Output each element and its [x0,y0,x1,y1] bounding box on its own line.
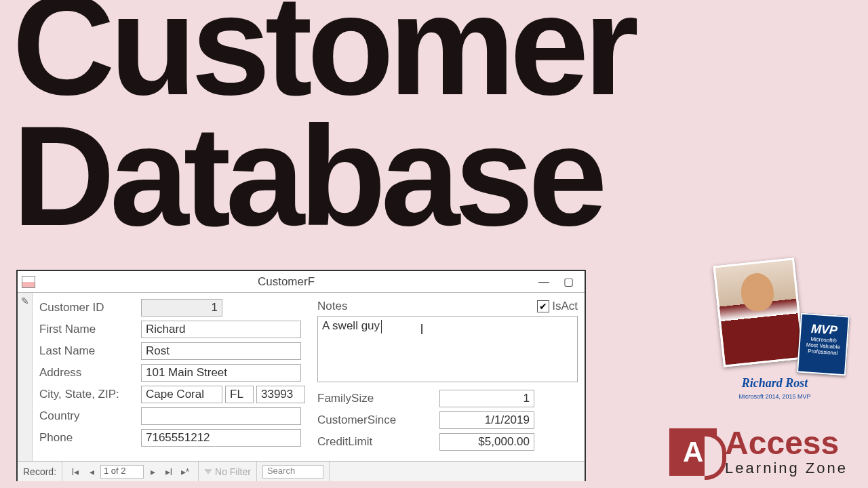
phone-field[interactable]: 7165551212 [141,429,301,447]
access-logo-icon: A [669,428,717,476]
restore-button[interactable]: ▢ [556,275,580,288]
headline-line2: Database [12,110,633,241]
nav-first-button[interactable]: I◂ [68,466,83,477]
access-logo-letter: A [669,428,717,476]
phone-label: Phone [39,431,141,445]
nav-prev-button[interactable]: ◂ [84,466,99,477]
no-filter-text: No Filter [215,466,251,477]
ibeam-cursor-icon: I [420,321,424,338]
author-name: Richard Rost [702,376,848,390]
nav-search-box[interactable]: Search [262,465,323,479]
creditlimit-label: CreditLimit [317,435,439,449]
customersince-field[interactable]: 1/1/2019 [439,411,534,429]
window-title: CustomerF [41,275,532,289]
creditlimit-field[interactable]: $5,000.00 [439,433,534,451]
filter-indicator[interactable]: No Filter [199,462,257,481]
last-name-label: Last Name [39,344,141,358]
address-label: Address [39,366,141,380]
author-card: MVP Microsoft® Most Valuable Professiona… [702,262,848,397]
check-icon: ✔ [539,301,547,312]
right-column: Notes ✔ IsAct A swell guy I FamilySize 1… [317,298,578,461]
minimize-button[interactable]: — [532,276,556,288]
author-photo [713,258,804,367]
customersince-label: CustomerSince [317,413,439,427]
pencil-icon: ✎ [21,296,29,306]
familysize-label: FamilySize [317,392,439,405]
country-label: Country [39,409,141,423]
isactive-checkbox[interactable]: ✔ [537,300,549,312]
record-navigator: Record: I◂ ◂ 1 of 2 ▸ ▸I ▸* No Filter Se… [18,461,585,481]
nav-position-box[interactable]: 1 of 2 [100,465,144,479]
form-icon [22,276,35,288]
address-field[interactable]: 101 Main Street [141,364,301,382]
notes-field[interactable]: A swell guy I [317,316,578,382]
isactive-label: IsAct [552,300,578,313]
nav-last-button[interactable]: ▸I [161,466,176,477]
brand-line1: Access [725,427,848,460]
titlebar: CustomerF — ▢ [18,271,585,293]
customer-id-label: Customer ID [39,301,141,314]
brand: A Access Learning Zone [669,427,848,477]
country-field[interactable] [141,407,301,425]
funnel-icon [204,469,212,474]
mvp-badge: MVP Microsoft® Most Valuable Professiona… [797,313,850,376]
customer-form-window: CustomerF — ▢ ✎ Customer ID 1 First Name… [16,270,586,481]
headline-line1: Customer [12,0,633,110]
csz-label: City, State, ZIP: [39,388,141,401]
form-body: ✎ Customer ID 1 First Name Richard Last … [18,293,585,461]
first-name-field[interactable]: Richard [141,321,301,338]
notes-value: A swell guy [322,319,380,332]
record-selector[interactable]: ✎ [18,293,33,461]
brand-text: Access Learning Zone [725,427,848,477]
familysize-field[interactable]: 1 [439,390,534,407]
headline: Customer Database [12,0,633,241]
state-field[interactable]: FL [225,386,254,403]
nav-new-button[interactable]: ▸* [178,466,193,477]
text-caret [381,320,382,333]
first-name-label: First Name [39,323,141,336]
left-column: Customer ID 1 First Name Richard Last Na… [39,298,305,461]
city-field[interactable]: Cape Coral [141,386,222,403]
customer-id-field[interactable]: 1 [141,299,222,317]
brand-line2: Learning Zone [725,460,848,477]
last-name-field[interactable]: Rost [141,342,301,360]
author-subtitle: Microsoft 2014, 2015 MVP [702,393,848,400]
nav-next-button[interactable]: ▸ [145,466,160,477]
zip-field[interactable]: 33993 [256,386,305,403]
notes-label: Notes [317,300,537,313]
record-label: Record: [18,462,62,481]
